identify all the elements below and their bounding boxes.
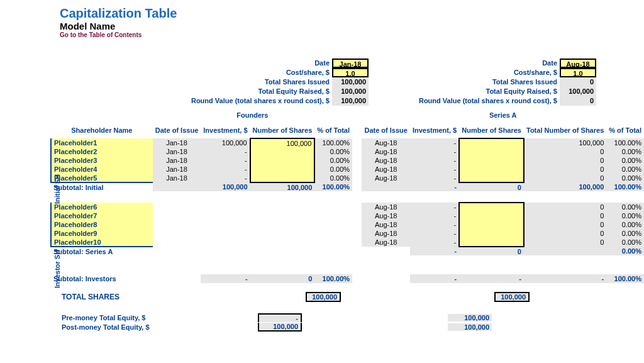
postmoney-seriesa: 100,000 bbox=[448, 323, 492, 331]
shares-input[interactable] bbox=[459, 165, 524, 174]
subtotal-investors-row: Subtotal: Investors - 0 100.00% - - - 10… bbox=[51, 274, 644, 283]
seriesa-shares-value: 0 bbox=[560, 77, 596, 87]
col-shareholder: Shareholder Name bbox=[51, 121, 153, 138]
table-row: Placeholder4Jan-18-0.00%Aug-18-00.00% bbox=[51, 165, 644, 174]
shares-input[interactable] bbox=[459, 211, 524, 220]
seriesa-equity-value: 100,000 bbox=[560, 87, 596, 96]
table-row: Placeholder8Aug-18-00.00% bbox=[51, 220, 644, 229]
col-pct: % of Total bbox=[314, 121, 352, 138]
seriesa-cost-input[interactable]: 1.0 bbox=[560, 68, 596, 77]
shares-input[interactable] bbox=[459, 229, 524, 238]
postmoney-label: Post-money Total Equity, $ bbox=[50, 323, 258, 331]
founders-date-input[interactable]: Jan-18 bbox=[332, 59, 369, 68]
metric-label: Date bbox=[187, 59, 330, 68]
model-name: Model Name bbox=[60, 21, 644, 31]
toc-link[interactable]: Go to the Table of Contents bbox=[60, 31, 644, 38]
table-row: Placeholder5Jan-18-0.00%Aug-18-00.00% bbox=[51, 174, 644, 182]
shareholder-name-input[interactable]: Placeholder9 bbox=[51, 229, 153, 238]
metric-label: Date bbox=[382, 59, 557, 68]
premoney-seriesa: 100,000 bbox=[448, 314, 492, 321]
premoney-label: Pre-money Total Equity, $ bbox=[50, 314, 258, 321]
total-shares-founders: 100,000 bbox=[306, 292, 341, 302]
shareholder-name-input[interactable]: Placeholder3 bbox=[51, 156, 153, 165]
shares-input[interactable] bbox=[459, 147, 524, 156]
table-row: Placeholder2Jan-18-0.00%Aug-18-00.00% bbox=[51, 147, 644, 156]
shares-input[interactable] bbox=[250, 174, 315, 182]
shares-input[interactable]: 100,000 bbox=[250, 138, 315, 147]
shares-input[interactable] bbox=[459, 174, 524, 182]
col-pct2: % of Total bbox=[606, 121, 644, 138]
table-row: Placeholder7Aug-18-00.00% bbox=[51, 211, 644, 220]
page-title: Capitalization Table bbox=[60, 6, 644, 21]
shareholder-name-input[interactable]: Placeholder4 bbox=[51, 165, 153, 174]
col-totalshares: Total Number of Shares bbox=[524, 121, 606, 138]
shareholder-name-input[interactable]: Placeholder6 bbox=[51, 203, 153, 211]
table-row: Placeholder6Aug-18-00.00% bbox=[51, 203, 644, 211]
shareholder-name-input[interactable]: Placeholder5 bbox=[51, 174, 153, 182]
shares-input[interactable] bbox=[459, 138, 524, 147]
founders-roundval-value: 100,000 bbox=[332, 96, 369, 106]
shares-input[interactable] bbox=[250, 165, 315, 174]
shares-input[interactable] bbox=[459, 238, 524, 247]
table-row: Placeholder10Aug-18-00.00% bbox=[51, 238, 644, 247]
founders-equity-value: 100,000 bbox=[332, 87, 369, 96]
seriesa-roundval-value: 0 bbox=[560, 96, 596, 106]
founders-shares-value: 100,000 bbox=[332, 77, 369, 87]
total-shares-seriesa: 100,000 bbox=[494, 292, 530, 302]
metric-label: Cost/share, $ bbox=[382, 68, 557, 77]
shares-input[interactable] bbox=[250, 147, 315, 156]
founders-group-header: Founders bbox=[153, 109, 352, 121]
shares-input[interactable] bbox=[250, 156, 315, 165]
postmoney-founders: 100,000 bbox=[258, 323, 302, 332]
shareholder-name-input[interactable]: Placeholder10 bbox=[51, 238, 153, 247]
shareholder-name-input[interactable]: Placeholder2 bbox=[51, 147, 153, 156]
col-shares2: Number of Shares bbox=[459, 121, 524, 138]
shares-input[interactable] bbox=[459, 156, 524, 165]
premoney-founders: - bbox=[258, 313, 302, 322]
shareholder-name-input[interactable]: Placeholder8 bbox=[51, 220, 153, 229]
cap-table: Founders Series A Shareholder Name Date … bbox=[50, 109, 644, 283]
col-shares: Number of Shares bbox=[250, 121, 315, 138]
metric-label: Total Shares Issued bbox=[187, 77, 330, 87]
total-shares-label: TOTAL SHARES bbox=[50, 293, 258, 301]
metric-label: Round Value (total shares x round cost),… bbox=[382, 96, 557, 106]
seriesa-group-header: Series A bbox=[362, 109, 644, 121]
col-investment: Investment, $ bbox=[201, 121, 250, 138]
table-row: Placeholder9Aug-18-00.00% bbox=[51, 229, 644, 238]
subtotal-initial-row: Subtotal: Initial 100,000 100,000 100.00… bbox=[51, 182, 644, 191]
metric-label: Total Shares Issued bbox=[382, 77, 557, 87]
founders-cost-input[interactable]: 1.0 bbox=[332, 68, 369, 77]
table-row: Placeholder3Jan-18-0.00%Aug-18-00.00% bbox=[51, 156, 644, 165]
col-date: Date of Issue bbox=[153, 121, 201, 138]
table-row: Placeholder1Jan-18100,000100,000100.00%A… bbox=[51, 138, 644, 147]
seriesa-date-input[interactable]: Aug-18 bbox=[560, 59, 596, 68]
shareholder-name-input[interactable]: Placeholder1 bbox=[51, 138, 153, 147]
metric-label: Total Equity Raised, $ bbox=[187, 87, 330, 96]
shares-input[interactable] bbox=[459, 203, 524, 211]
initial-sh-label: Initial SH bbox=[53, 174, 61, 204]
metric-label: Cost/share, $ bbox=[187, 68, 330, 77]
shares-input[interactable] bbox=[459, 220, 524, 229]
subtotal-seriesa-row: Subtotal: Series A - 0 0.00% bbox=[51, 247, 644, 255]
investor-sh-label: Investor SH bbox=[53, 250, 61, 288]
shareholder-name-input[interactable]: Placeholder7 bbox=[51, 211, 153, 220]
metric-label: Total Equity Raised, $ bbox=[382, 87, 557, 96]
metric-label: Round Value (total shares x round cost),… bbox=[187, 96, 330, 106]
col-investment2: Investment, $ bbox=[410, 121, 459, 138]
col-date2: Date of Issue bbox=[362, 121, 409, 138]
